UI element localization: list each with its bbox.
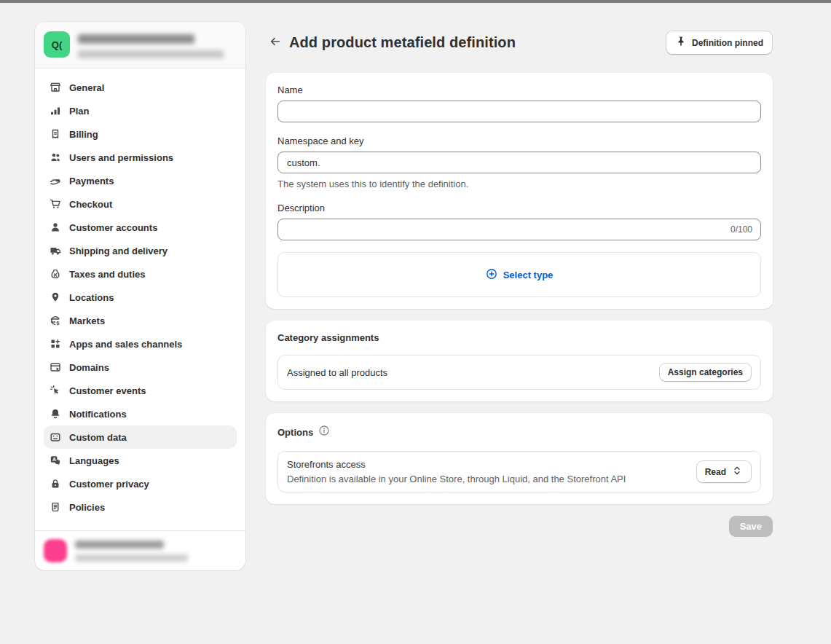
definition-form-card: Name Namespace and key The system uses t… <box>266 73 773 309</box>
sidebar-item-general[interactable]: General <box>44 76 237 99</box>
store-name-redacted <box>78 34 194 44</box>
definition-pinned-button[interactable]: Definition pinned <box>666 31 773 55</box>
save-button[interactable]: Save <box>729 516 773 537</box>
svg-text:A: A <box>52 457 56 462</box>
store-header[interactable]: Q( <box>35 22 245 68</box>
storefronts-access-row: Storefronts access Definition is availab… <box>277 451 761 492</box>
user-account-footer[interactable] <box>35 530 245 570</box>
form-actions: Save <box>266 516 773 537</box>
notifications-icon <box>50 408 61 420</box>
policies-icon <box>50 501 61 513</box>
description-field-group: Description 0/100 <box>277 203 761 240</box>
info-icon[interactable] <box>318 425 330 439</box>
custom-data-icon <box>50 431 61 443</box>
payments-icon <box>50 175 61 186</box>
name-label: Name <box>277 85 761 95</box>
sidebar-item-customer-privacy[interactable]: Customer privacy <box>44 472 237 495</box>
billing-icon <box>50 128 61 140</box>
store-avatar: Q( <box>44 31 70 58</box>
category-assignment-status: Assigned to all products <box>287 367 387 378</box>
sidebar-item-domains[interactable]: Domains <box>44 356 237 379</box>
options-title: Options <box>277 427 313 438</box>
markets-icon: $ <box>50 315 61 326</box>
sidebar-item-checkout[interactable]: Checkout <box>44 192 237 216</box>
sidebar-item-plan[interactable]: Plan <box>44 99 237 122</box>
sidebar-item-billing[interactable]: Billing <box>44 122 237 146</box>
customer-accounts-icon <box>50 221 61 233</box>
storefronts-access-description: Definition is available in your Online S… <box>287 474 626 484</box>
sidebar-item-customer-accounts[interactable]: Customer accounts <box>44 216 237 239</box>
namespace-help-text: The system uses this to identify the def… <box>277 178 761 189</box>
options-card: Options Storefronts access Definition is… <box>266 413 773 504</box>
category-assignments-title: Category assignments <box>277 332 761 343</box>
store-icon <box>50 82 61 93</box>
sidebar-item-taxes-and-duties[interactable]: Taxes and duties <box>44 262 237 286</box>
svg-text:$: $ <box>57 321 60 326</box>
languages-icon: A <box>50 455 61 466</box>
sidebar-item-languages[interactable]: A Languages <box>44 449 237 472</box>
locations-icon <box>50 291 61 303</box>
sidebar-item-apps-and-sales-channels[interactable]: Apps and sales channels <box>44 332 237 356</box>
taxes-icon <box>50 268 61 280</box>
checkout-icon <box>50 198 61 210</box>
domains-icon <box>50 361 61 373</box>
plus-circle-icon <box>486 268 497 282</box>
apps-icon <box>50 338 61 350</box>
store-domain-redacted <box>78 50 224 58</box>
page-header: Add product metafield definition Definit… <box>266 31 773 55</box>
back-button[interactable] <box>266 34 285 52</box>
main-content: Add product metafield definition Definit… <box>266 31 773 537</box>
user-avatar <box>44 539 67 562</box>
name-field-group: Name <box>277 85 761 122</box>
assign-categories-button[interactable]: Assign categories <box>659 363 752 382</box>
page-title: Add product metafield definition <box>289 34 516 51</box>
user-name-redacted <box>75 541 164 549</box>
pin-icon <box>675 36 687 50</box>
storefronts-access-select[interactable]: Read <box>696 460 752 483</box>
sidebar-item-policies[interactable]: Policies <box>44 495 237 519</box>
shipping-icon <box>50 245 61 256</box>
customer-privacy-icon <box>50 478 61 490</box>
sidebar-item-payments[interactable]: Payments <box>44 169 237 192</box>
description-char-counter: 0/100 <box>730 224 752 235</box>
namespace-field-group: Namespace and key The system uses this t… <box>277 136 761 189</box>
name-input[interactable] <box>277 101 761 122</box>
plan-icon <box>50 105 61 117</box>
customer-events-icon <box>50 385 61 396</box>
chevron-up-down-icon <box>731 465 743 479</box>
user-email-redacted <box>75 554 188 562</box>
sidebar-item-markets[interactable]: $ Markets <box>44 309 237 332</box>
description-label: Description <box>277 203 761 213</box>
category-assignment-row: Assigned to all products Assign categori… <box>277 355 761 390</box>
category-assignments-card: Category assignments Assigned to all pro… <box>266 321 773 401</box>
select-type-button[interactable]: Select type <box>277 252 761 297</box>
sidebar-item-locations[interactable]: Locations <box>44 286 237 309</box>
settings-sidebar: Q( General Plan Billing Users and permis… <box>35 22 245 570</box>
settings-nav: General Plan Billing Users and permissio… <box>35 68 245 530</box>
sidebar-item-shipping-and-delivery[interactable]: Shipping and delivery <box>44 239 237 262</box>
sidebar-item-customer-events[interactable]: Customer events <box>44 379 237 402</box>
sidebar-item-notifications[interactable]: Notifications <box>44 402 237 425</box>
sidebar-item-users-and-permissions[interactable]: Users and permissions <box>44 146 237 169</box>
users-icon <box>50 152 61 163</box>
description-input[interactable] <box>277 219 761 240</box>
sidebar-item-custom-data[interactable]: Custom data <box>44 425 237 449</box>
storefronts-access-title: Storefronts access <box>287 459 626 470</box>
arrow-left-icon <box>269 36 281 50</box>
namespace-label: Namespace and key <box>277 136 761 146</box>
window-top-strip <box>0 0 831 3</box>
namespace-key-input[interactable] <box>277 152 761 173</box>
